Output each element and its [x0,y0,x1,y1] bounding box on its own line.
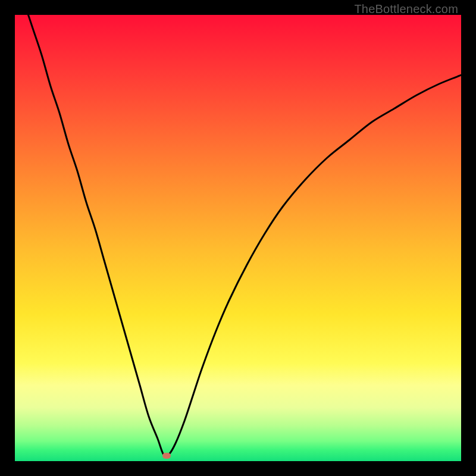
chart-frame: TheBottleneck.com [0,0,476,476]
optimal-point-marker [162,453,171,459]
watermark-text: TheBottleneck.com [354,2,458,16]
plot-area [15,15,461,461]
bottleneck-curve [15,15,461,461]
